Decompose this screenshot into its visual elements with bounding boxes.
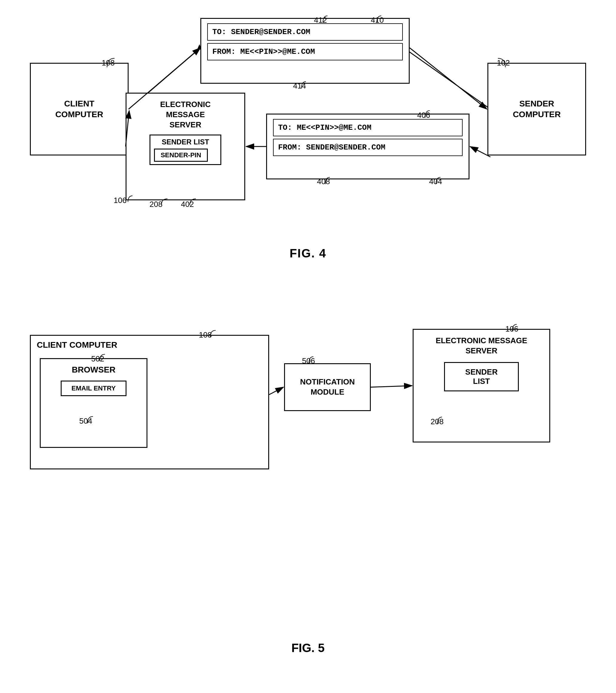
notification-module-box: NOTIFICATION MODULE [284, 363, 371, 411]
sender-list-box-fig5: SENDER LIST [444, 362, 519, 391]
fig5-caption: FIG. 5 [291, 641, 324, 655]
ref-102-fig4: 102 [497, 58, 510, 67]
sender-list-label-fig4: SENDER LIST [154, 138, 217, 146]
client-box-fig5: CLIENT COMPUTER BROWSER EMAIL ENTRY [30, 335, 269, 469]
ref-402-fig4: 402 [181, 200, 194, 209]
sender-list-box-fig4: SENDER LIST SENDER-PIN [150, 135, 221, 165]
ref-506-fig5: 506 [302, 356, 315, 365]
ems-box-fig4: ELECTRONIC MESSAGE SERVER SENDER LIST SE… [126, 93, 245, 200]
email-entry-box: EMAIL ENTRY [61, 381, 127, 396]
ref-208-fig4: 208 [150, 200, 162, 209]
ref-414-fig4: 414 [293, 81, 306, 91]
ref-108-fig5: 108 [199, 330, 212, 340]
ref-404-fig4: 404 [429, 177, 442, 186]
ems-label-fig4: ELECTRONIC MESSAGE SERVER [160, 100, 211, 130]
email-entry-label: EMAIL ENTRY [72, 384, 116, 392]
envelope-406-to: TO: ME<<PIN>>@ME.COM [273, 119, 463, 136]
sender-pin-box: SENDER-PIN [154, 148, 208, 162]
ems-label-fig5: ELECTRONIC MESSAGE SERVER [413, 336, 549, 356]
diagram-container: CLIENT COMPUTER 108 SENDER COMPUTER 102 … [0, 0, 616, 693]
ref-208-fig5: 208 [430, 417, 443, 426]
ref-408-fig4: 408 [317, 177, 330, 186]
ref-412-fig4: 412 [314, 16, 327, 25]
envelope-410-from: FROM: ME<<PIN>>@ME.COM [207, 43, 403, 60]
client-computer-box: CLIENT COMPUTER [30, 63, 129, 156]
envelope-406: TO: ME<<PIN>>@ME.COM FROM: SENDER@SENDER… [266, 114, 469, 179]
client-label-fig5: CLIENT COMPUTER [37, 340, 117, 350]
fig4-caption: FIG. 4 [289, 246, 326, 260]
notification-module-label: NOTIFICATION MODULE [300, 377, 355, 397]
svg-line-2 [404, 48, 490, 109]
ref-106-fig4: 106 [114, 196, 127, 205]
ref-502-fig5: 502 [91, 354, 104, 363]
browser-label-fig5: BROWSER [41, 365, 147, 375]
sender-pin-label: SENDER-PIN [160, 151, 201, 159]
sender-computer-label: SENDER COMPUTER [513, 98, 561, 120]
envelope-406-from: FROM: SENDER@SENDER.COM [273, 139, 463, 156]
envelope-410: TO: SENDER@SENDER.COM FROM: ME<<PIN>>@ME… [200, 18, 410, 84]
fig4-area: CLIENT COMPUTER 108 SENDER COMPUTER 102 … [15, 9, 601, 263]
ref-106-fig5: 106 [505, 324, 518, 334]
envelope-410-to: TO: SENDER@SENDER.COM [207, 23, 403, 41]
ref-504-fig5: 504 [79, 416, 92, 426]
browser-box-fig5: BROWSER EMAIL ENTRY [40, 358, 148, 448]
sender-computer-box: SENDER COMPUTER [487, 63, 586, 156]
sender-list-label-fig5: SENDER LIST [465, 368, 498, 386]
ref-406-fig4: 406 [417, 111, 430, 120]
client-computer-label: CLIENT COMPUTER [55, 98, 103, 120]
fig5-area: CLIENT COMPUTER BROWSER EMAIL ENTRY 108 … [15, 299, 601, 658]
svg-line-12 [371, 386, 412, 387]
ref-108-fig4: 108 [102, 58, 115, 67]
ref-410-fig4: 410 [371, 16, 384, 25]
svg-line-11 [269, 387, 284, 395]
svg-line-6 [410, 48, 487, 109]
